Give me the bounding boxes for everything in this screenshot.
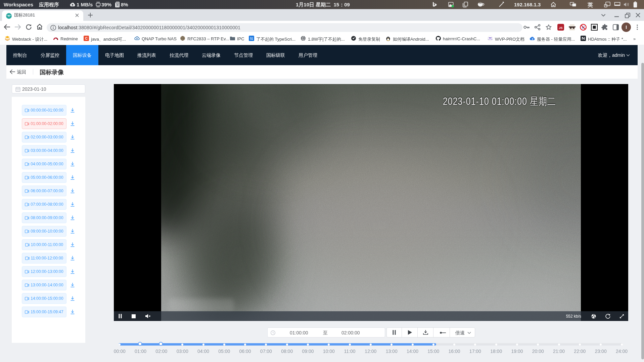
svg-text:JS: JS <box>559 26 562 30</box>
svg-text:知: 知 <box>250 37 253 40</box>
svg-text:C: C <box>85 36 88 40</box>
svg-text:WVP-PRO: WVP-PRO <box>488 39 493 40</box>
